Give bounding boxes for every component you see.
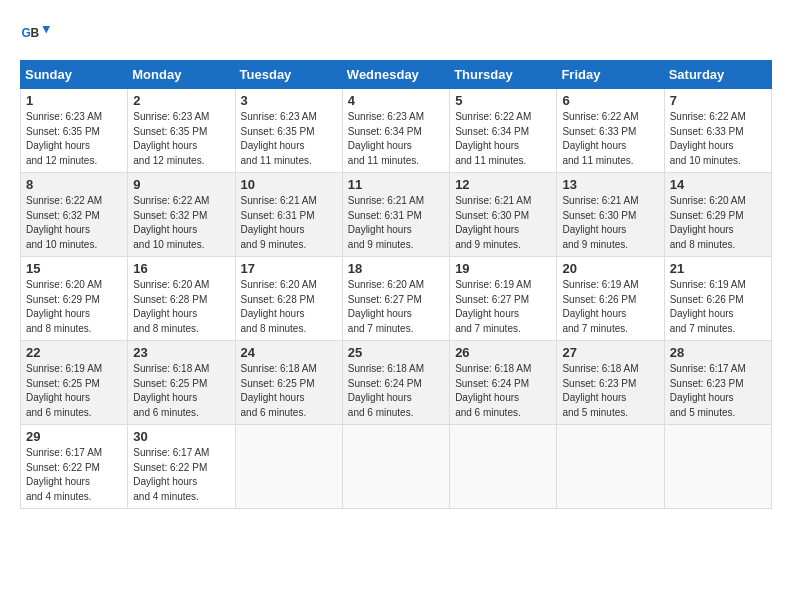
logo: G B <box>20 20 54 50</box>
day-number: 13 <box>562 177 658 192</box>
calendar-cell: 19 Sunrise: 6:19 AM Sunset: 6:27 PM Dayl… <box>450 257 557 341</box>
day-number: 20 <box>562 261 658 276</box>
svg-marker-2 <box>43 26 51 34</box>
calendar-cell: 25 Sunrise: 6:18 AM Sunset: 6:24 PM Dayl… <box>342 341 449 425</box>
day-number: 8 <box>26 177 122 192</box>
day-number: 6 <box>562 93 658 108</box>
cell-info: Sunrise: 6:21 AM Sunset: 6:31 PM Dayligh… <box>241 194 337 252</box>
calendar-cell: 20 Sunrise: 6:19 AM Sunset: 6:26 PM Dayl… <box>557 257 664 341</box>
cell-info: Sunrise: 6:22 AM Sunset: 6:34 PM Dayligh… <box>455 110 551 168</box>
cell-info: Sunrise: 6:20 AM Sunset: 6:29 PM Dayligh… <box>26 278 122 336</box>
day-number: 29 <box>26 429 122 444</box>
day-number: 19 <box>455 261 551 276</box>
day-number: 15 <box>26 261 122 276</box>
col-header-wednesday: Wednesday <box>342 61 449 89</box>
cell-info: Sunrise: 6:21 AM Sunset: 6:30 PM Dayligh… <box>562 194 658 252</box>
calendar-cell <box>342 425 449 509</box>
day-number: 1 <box>26 93 122 108</box>
calendar-cell: 9 Sunrise: 6:22 AM Sunset: 6:32 PM Dayli… <box>128 173 235 257</box>
cell-info: Sunrise: 6:23 AM Sunset: 6:35 PM Dayligh… <box>133 110 229 168</box>
calendar-cell: 8 Sunrise: 6:22 AM Sunset: 6:32 PM Dayli… <box>21 173 128 257</box>
day-number: 9 <box>133 177 229 192</box>
cell-info: Sunrise: 6:18 AM Sunset: 6:25 PM Dayligh… <box>133 362 229 420</box>
cell-info: Sunrise: 6:18 AM Sunset: 6:25 PM Dayligh… <box>241 362 337 420</box>
calendar-cell: 4 Sunrise: 6:23 AM Sunset: 6:34 PM Dayli… <box>342 89 449 173</box>
day-number: 12 <box>455 177 551 192</box>
day-number: 25 <box>348 345 444 360</box>
cell-info: Sunrise: 6:17 AM Sunset: 6:22 PM Dayligh… <box>133 446 229 504</box>
calendar-cell: 1 Sunrise: 6:23 AM Sunset: 6:35 PM Dayli… <box>21 89 128 173</box>
col-header-friday: Friday <box>557 61 664 89</box>
day-number: 24 <box>241 345 337 360</box>
calendar-cell: 28 Sunrise: 6:17 AM Sunset: 6:23 PM Dayl… <box>664 341 771 425</box>
day-number: 16 <box>133 261 229 276</box>
day-number: 3 <box>241 93 337 108</box>
cell-info: Sunrise: 6:22 AM Sunset: 6:33 PM Dayligh… <box>670 110 766 168</box>
calendar-cell <box>664 425 771 509</box>
cell-info: Sunrise: 6:20 AM Sunset: 6:29 PM Dayligh… <box>670 194 766 252</box>
calendar-cell: 7 Sunrise: 6:22 AM Sunset: 6:33 PM Dayli… <box>664 89 771 173</box>
day-number: 7 <box>670 93 766 108</box>
calendar-cell <box>557 425 664 509</box>
day-number: 18 <box>348 261 444 276</box>
calendar-cell: 30 Sunrise: 6:17 AM Sunset: 6:22 PM Dayl… <box>128 425 235 509</box>
cell-info: Sunrise: 6:18 AM Sunset: 6:23 PM Dayligh… <box>562 362 658 420</box>
svg-text:G: G <box>22 26 31 40</box>
calendar-cell: 27 Sunrise: 6:18 AM Sunset: 6:23 PM Dayl… <box>557 341 664 425</box>
calendar-cell: 12 Sunrise: 6:21 AM Sunset: 6:30 PM Dayl… <box>450 173 557 257</box>
logo-icon: G B <box>20 20 50 50</box>
col-header-thursday: Thursday <box>450 61 557 89</box>
col-header-monday: Monday <box>128 61 235 89</box>
cell-info: Sunrise: 6:17 AM Sunset: 6:22 PM Dayligh… <box>26 446 122 504</box>
day-number: 2 <box>133 93 229 108</box>
day-number: 4 <box>348 93 444 108</box>
day-number: 23 <box>133 345 229 360</box>
day-number: 14 <box>670 177 766 192</box>
day-number: 11 <box>348 177 444 192</box>
cell-info: Sunrise: 6:19 AM Sunset: 6:25 PM Dayligh… <box>26 362 122 420</box>
calendar-table: SundayMondayTuesdayWednesdayThursdayFrid… <box>20 60 772 509</box>
calendar-cell: 22 Sunrise: 6:19 AM Sunset: 6:25 PM Dayl… <box>21 341 128 425</box>
day-number: 27 <box>562 345 658 360</box>
day-number: 30 <box>133 429 229 444</box>
cell-info: Sunrise: 6:21 AM Sunset: 6:31 PM Dayligh… <box>348 194 444 252</box>
day-number: 22 <box>26 345 122 360</box>
cell-info: Sunrise: 6:20 AM Sunset: 6:28 PM Dayligh… <box>133 278 229 336</box>
calendar-cell: 2 Sunrise: 6:23 AM Sunset: 6:35 PM Dayli… <box>128 89 235 173</box>
day-number: 21 <box>670 261 766 276</box>
day-number: 10 <box>241 177 337 192</box>
calendar-cell: 10 Sunrise: 6:21 AM Sunset: 6:31 PM Dayl… <box>235 173 342 257</box>
col-header-tuesday: Tuesday <box>235 61 342 89</box>
col-header-saturday: Saturday <box>664 61 771 89</box>
day-number: 28 <box>670 345 766 360</box>
calendar-cell: 29 Sunrise: 6:17 AM Sunset: 6:22 PM Dayl… <box>21 425 128 509</box>
calendar-cell: 17 Sunrise: 6:20 AM Sunset: 6:28 PM Dayl… <box>235 257 342 341</box>
cell-info: Sunrise: 6:20 AM Sunset: 6:27 PM Dayligh… <box>348 278 444 336</box>
cell-info: Sunrise: 6:18 AM Sunset: 6:24 PM Dayligh… <box>348 362 444 420</box>
calendar-cell: 3 Sunrise: 6:23 AM Sunset: 6:35 PM Dayli… <box>235 89 342 173</box>
svg-text:B: B <box>31 26 40 40</box>
calendar-cell: 26 Sunrise: 6:18 AM Sunset: 6:24 PM Dayl… <box>450 341 557 425</box>
col-header-sunday: Sunday <box>21 61 128 89</box>
cell-info: Sunrise: 6:19 AM Sunset: 6:26 PM Dayligh… <box>562 278 658 336</box>
calendar-cell <box>450 425 557 509</box>
cell-info: Sunrise: 6:17 AM Sunset: 6:23 PM Dayligh… <box>670 362 766 420</box>
cell-info: Sunrise: 6:23 AM Sunset: 6:34 PM Dayligh… <box>348 110 444 168</box>
calendar-cell: 24 Sunrise: 6:18 AM Sunset: 6:25 PM Dayl… <box>235 341 342 425</box>
calendar-cell: 15 Sunrise: 6:20 AM Sunset: 6:29 PM Dayl… <box>21 257 128 341</box>
cell-info: Sunrise: 6:22 AM Sunset: 6:33 PM Dayligh… <box>562 110 658 168</box>
page-header: G B <box>20 20 772 50</box>
day-number: 17 <box>241 261 337 276</box>
cell-info: Sunrise: 6:18 AM Sunset: 6:24 PM Dayligh… <box>455 362 551 420</box>
calendar-cell: 5 Sunrise: 6:22 AM Sunset: 6:34 PM Dayli… <box>450 89 557 173</box>
calendar-cell: 13 Sunrise: 6:21 AM Sunset: 6:30 PM Dayl… <box>557 173 664 257</box>
calendar-cell: 16 Sunrise: 6:20 AM Sunset: 6:28 PM Dayl… <box>128 257 235 341</box>
calendar-cell <box>235 425 342 509</box>
cell-info: Sunrise: 6:19 AM Sunset: 6:26 PM Dayligh… <box>670 278 766 336</box>
calendar-cell: 23 Sunrise: 6:18 AM Sunset: 6:25 PM Dayl… <box>128 341 235 425</box>
day-number: 5 <box>455 93 551 108</box>
calendar-cell: 14 Sunrise: 6:20 AM Sunset: 6:29 PM Dayl… <box>664 173 771 257</box>
cell-info: Sunrise: 6:20 AM Sunset: 6:28 PM Dayligh… <box>241 278 337 336</box>
calendar-cell: 6 Sunrise: 6:22 AM Sunset: 6:33 PM Dayli… <box>557 89 664 173</box>
cell-info: Sunrise: 6:19 AM Sunset: 6:27 PM Dayligh… <box>455 278 551 336</box>
